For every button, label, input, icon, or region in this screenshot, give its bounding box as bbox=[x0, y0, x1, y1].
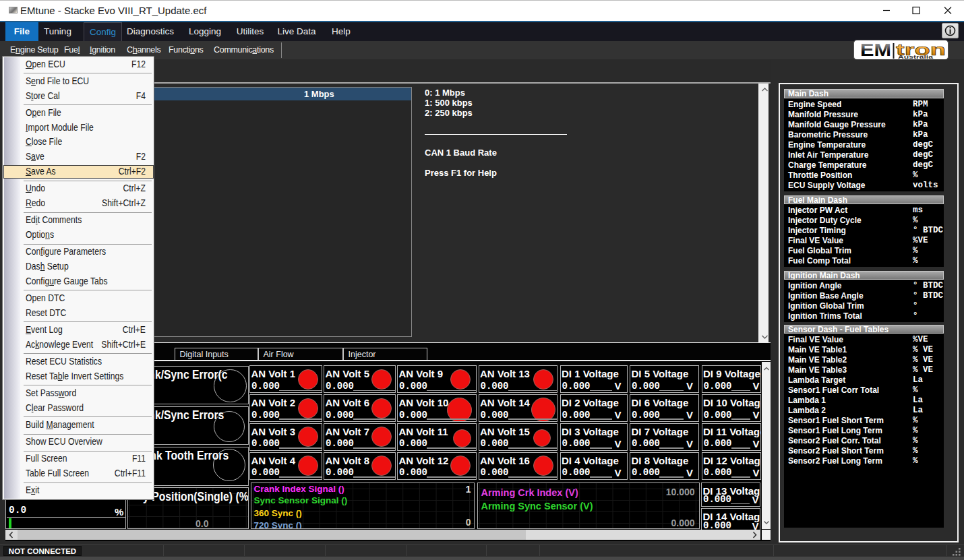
svg-text:EM: EM bbox=[860, 40, 891, 60]
